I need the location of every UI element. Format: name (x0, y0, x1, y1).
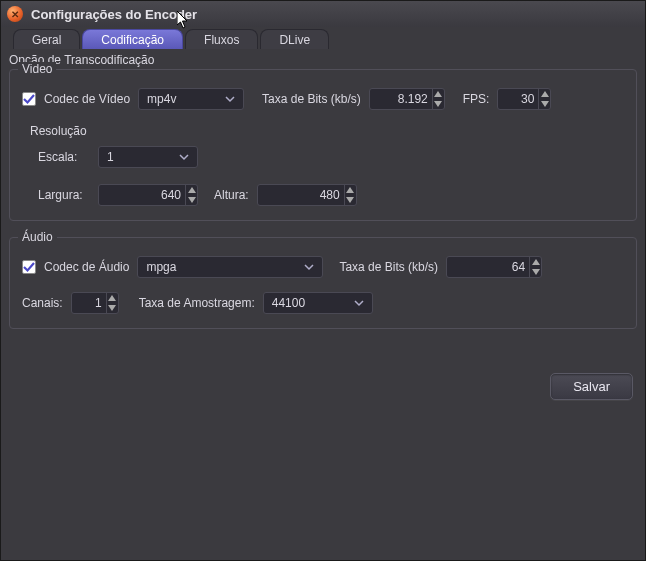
spin-up-icon[interactable] (107, 293, 118, 303)
close-icon[interactable]: ✕ (7, 6, 23, 22)
video-fps-spin[interactable]: 30 (497, 88, 551, 110)
chevron-down-icon (350, 298, 368, 308)
video-bitrate-label: Taxa de Bits (kb/s) (262, 92, 361, 106)
video-fps-value: 30 (498, 92, 538, 106)
video-group-title: Video (18, 62, 56, 76)
channels-value: 1 (72, 296, 106, 310)
audio-group-title: Áudio (18, 230, 57, 244)
transcoding-title: Opção de Transcodificação (9, 53, 637, 67)
samplerate-select[interactable]: 44100 (263, 292, 373, 314)
height-label: Altura: (214, 188, 249, 202)
scale-select[interactable]: 1 (98, 146, 198, 168)
spin-down-icon[interactable] (530, 267, 541, 277)
tab-codificacao[interactable]: Codificação (82, 29, 183, 49)
spin-down-icon[interactable] (433, 99, 444, 109)
window-title: Configurações do Encoder (31, 7, 197, 22)
height-spin[interactable]: 480 (257, 184, 357, 206)
content-area: Opção de Transcodificação Video Codec de… (1, 49, 645, 408)
chevron-down-icon (300, 262, 318, 272)
width-value: 640 (99, 188, 185, 202)
chevron-down-icon (221, 94, 239, 104)
width-label: Largura: (38, 188, 90, 202)
video-codec-value: mp4v (147, 92, 176, 106)
audio-bitrate-spin[interactable]: 64 (446, 256, 542, 278)
chevron-down-icon (175, 152, 193, 162)
video-bitrate-value: 8.192 (370, 92, 432, 106)
spin-down-icon[interactable] (186, 195, 197, 205)
video-fps-label: FPS: (463, 92, 490, 106)
spin-up-icon[interactable] (433, 89, 444, 99)
spin-down-icon[interactable] (345, 195, 356, 205)
audio-group: Áudio Codec de Áudio mpga Taxa de Bits (… (9, 237, 637, 329)
spin-up-icon[interactable] (539, 89, 550, 99)
spin-up-icon[interactable] (186, 185, 197, 195)
audio-codec-label: Codec de Áudio (44, 260, 129, 274)
video-group: Video Codec de Vídeo mp4v Taxa de Bits (… (9, 69, 637, 221)
audio-codec-value: mpga (146, 260, 176, 274)
samplerate-value: 44100 (272, 296, 305, 310)
channels-spin[interactable]: 1 (71, 292, 119, 314)
audio-codec-checkbox[interactable] (22, 260, 36, 274)
audio-bitrate-value: 64 (447, 260, 529, 274)
encoder-settings-window: ✕ Configurações do Encoder Geral Codific… (0, 0, 646, 561)
resolution-title: Resolução (30, 124, 624, 138)
channels-label: Canais: (22, 296, 63, 310)
video-codec-select[interactable]: mp4v (138, 88, 244, 110)
save-button[interactable]: Salvar (550, 373, 633, 400)
samplerate-label: Taxa de Amostragem: (139, 296, 255, 310)
video-bitrate-spin[interactable]: 8.192 (369, 88, 445, 110)
spin-up-icon[interactable] (345, 185, 356, 195)
tab-geral[interactable]: Geral (13, 29, 80, 49)
titlebar: ✕ Configurações do Encoder (1, 1, 645, 27)
video-codec-checkbox[interactable] (22, 92, 36, 106)
height-value: 480 (258, 188, 344, 202)
spin-down-icon[interactable] (107, 303, 118, 313)
audio-bitrate-label: Taxa de Bits (kb/s) (339, 260, 438, 274)
tab-fluxos[interactable]: Fluxos (185, 29, 258, 49)
video-codec-label: Codec de Vídeo (44, 92, 130, 106)
spin-down-icon[interactable] (539, 99, 550, 109)
tab-dlive[interactable]: DLive (260, 29, 329, 49)
scale-value: 1 (107, 150, 114, 164)
spin-up-icon[interactable] (530, 257, 541, 267)
width-spin[interactable]: 640 (98, 184, 198, 206)
audio-codec-select[interactable]: mpga (137, 256, 323, 278)
scale-label: Escala: (38, 150, 90, 164)
tab-bar: Geral Codificação Fluxos DLive (1, 27, 645, 49)
